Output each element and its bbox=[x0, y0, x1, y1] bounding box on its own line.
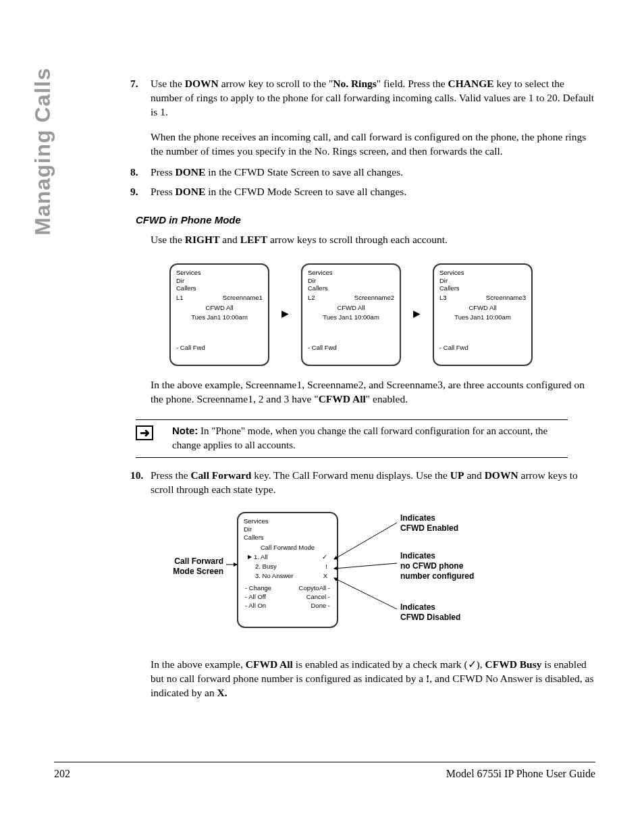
softkey: CopytoAll - bbox=[299, 584, 330, 592]
screen-line: CFWD All bbox=[439, 304, 526, 312]
step-body: Press DONE in the CFWD Mode Screen to sa… bbox=[151, 185, 596, 199]
rule bbox=[136, 457, 568, 458]
screen-line: Callers bbox=[439, 284, 526, 292]
softkey: - Change bbox=[245, 584, 271, 592]
text: arrow key to scroll to the " bbox=[219, 78, 333, 89]
sub-heading: CFWD in Phone Mode bbox=[136, 213, 596, 227]
mode-phone-screen: Services Dir Callers Call Forward Mode ▶… bbox=[237, 512, 338, 628]
text: is enabled as indicated by a check mark … bbox=[293, 658, 468, 670]
softkey: Done - bbox=[299, 602, 330, 610]
softkey-row: - Change - All Off - All On CopytoAll - … bbox=[244, 584, 331, 610]
text: CFWD Enabled bbox=[400, 523, 458, 533]
text: Call Forward bbox=[151, 556, 223, 567]
text: and bbox=[464, 469, 485, 481]
screen-line: Tues Jan1 10:00am bbox=[176, 313, 263, 321]
bold: CFWD Busy bbox=[485, 658, 542, 670]
softkey-right: CopytoAll - Cancel - Done - bbox=[299, 584, 330, 610]
text: Use the bbox=[151, 234, 185, 245]
after-screens-paragraph: In the above example, Screenname1, Scree… bbox=[151, 378, 596, 407]
text: " enabled. bbox=[366, 393, 408, 405]
softkey: Cancel - bbox=[299, 593, 330, 601]
step-number: 8. bbox=[130, 165, 151, 180]
bold: CHANGE bbox=[448, 78, 494, 89]
note-text: Note: In "Phone" mode, when you change t… bbox=[172, 424, 568, 452]
text: " field. Press the bbox=[377, 78, 448, 89]
text: Indicates bbox=[400, 602, 460, 613]
softkey: - Call Fwd bbox=[439, 344, 468, 352]
text: 1. All bbox=[254, 553, 268, 561]
arrow-right-icon: ▶ bbox=[281, 308, 289, 321]
svg-line-3 bbox=[334, 578, 397, 609]
phone-screen-3: Services Dir Callers L3Screenname3 CFWD … bbox=[433, 263, 533, 366]
softkey-left: - Change - All Off - All On bbox=[245, 584, 271, 610]
screen-line: L3Screenname3 bbox=[439, 294, 526, 302]
screen-line: Callers bbox=[176, 284, 263, 292]
step-body: Press DONE in the CFWD State Screen to s… bbox=[151, 165, 596, 180]
screen-line: Callers bbox=[308, 284, 394, 292]
bold: X. bbox=[217, 687, 227, 698]
callout-enabled: Indicates CFWD Enabled bbox=[400, 513, 458, 533]
text: L3 bbox=[439, 294, 447, 302]
text: 3. No Answer bbox=[255, 572, 294, 580]
callout-nonumber: Indicates no CFWD phone number configure… bbox=[400, 551, 474, 581]
intro-paragraph: Use the RIGHT and LEFT arrow keys to scr… bbox=[151, 233, 596, 247]
screen-line: L2Screenname2 bbox=[308, 294, 394, 302]
step-number: 7. bbox=[130, 77, 151, 159]
page-footer: 202 Model 6755i IP Phone User Guide bbox=[54, 762, 595, 781]
bold: RIGHT bbox=[185, 234, 220, 245]
screen-line: Tues Jan1 10:00am bbox=[308, 313, 394, 321]
bold: No. Rings bbox=[333, 78, 377, 89]
softkey: - All Off bbox=[245, 593, 271, 601]
text: Press the bbox=[151, 469, 190, 481]
step-body: Press the Call Forward key. The Call For… bbox=[151, 469, 596, 497]
text: Indicates bbox=[400, 551, 474, 561]
screen-line: Callers bbox=[244, 533, 331, 542]
note-arrow-icon: ➜ bbox=[136, 425, 153, 440]
exclaim-icon: ! bbox=[325, 563, 327, 571]
softkey: - Call Fwd bbox=[308, 344, 337, 352]
screen-line: CFWD All bbox=[176, 304, 263, 312]
screen-line: Tues Jan1 10:00am bbox=[439, 313, 526, 321]
after-fig2-paragraph: In the above example, CFWD All is enable… bbox=[151, 658, 596, 700]
mode-screen-figure: Call Forward Mode Screen Services Dir Ca… bbox=[151, 511, 596, 646]
bold: CFWD All bbox=[319, 393, 366, 405]
option-noanswer: 3. No Answer X bbox=[244, 572, 331, 580]
phone-screens-row: Services Dir Callers L1Screenname1 CFWD … bbox=[169, 263, 596, 366]
page-number: 202 bbox=[54, 766, 70, 781]
text: Mode Screen bbox=[151, 567, 223, 577]
note-block: ➜ Note: In "Phone" mode, when you change… bbox=[136, 419, 568, 458]
text: in the CFWD Mode Screen to save all chan… bbox=[205, 186, 406, 197]
text: 2. Busy bbox=[255, 563, 277, 571]
option-all: ▶1. All ✓ bbox=[244, 553, 331, 561]
check-icon: ✓ bbox=[322, 553, 327, 561]
callout-lines-icon bbox=[151, 511, 596, 646]
screen-line: Services bbox=[176, 269, 263, 277]
option-busy: 2. Busy ! bbox=[244, 563, 331, 571]
step-9: 9. Press DONE in the CFWD Mode Screen to… bbox=[130, 185, 596, 199]
text: In "Phone" mode, when you change the cal… bbox=[172, 425, 547, 450]
bold: LEFT bbox=[240, 234, 267, 245]
figure-left-label: Call Forward Mode Screen bbox=[151, 556, 223, 577]
callout-disabled: Indicates CFWD Disabled bbox=[400, 602, 460, 623]
text: Screenname3 bbox=[486, 294, 526, 302]
arrow-right-icon: ▶ bbox=[413, 308, 421, 321]
text: Use the bbox=[151, 78, 185, 89]
text: number configured bbox=[400, 571, 474, 581]
text: L2 bbox=[308, 294, 315, 302]
screen-line: Services bbox=[244, 517, 331, 525]
text: no CFWD phone bbox=[400, 561, 474, 571]
step-8: 8. Press DONE in the CFWD State Screen t… bbox=[130, 165, 596, 180]
text: in the CFWD State Screen to save all cha… bbox=[205, 166, 403, 178]
screen-line: L1Screenname1 bbox=[176, 294, 263, 302]
phone-screen-1: Services Dir Callers L1Screenname1 CFWD … bbox=[169, 263, 269, 366]
text: L1 bbox=[176, 294, 184, 302]
text: ), bbox=[477, 658, 485, 670]
text: Screenname2 bbox=[354, 294, 394, 302]
softkey: - All On bbox=[245, 602, 271, 610]
screen-line: Services bbox=[439, 269, 526, 277]
bold: CFWD All bbox=[246, 658, 293, 670]
svg-line-2 bbox=[334, 563, 397, 569]
text: and bbox=[219, 234, 240, 245]
step-7: 7. Use the DOWN arrow key to scroll to t… bbox=[130, 77, 596, 159]
svg-line-1 bbox=[334, 523, 397, 559]
